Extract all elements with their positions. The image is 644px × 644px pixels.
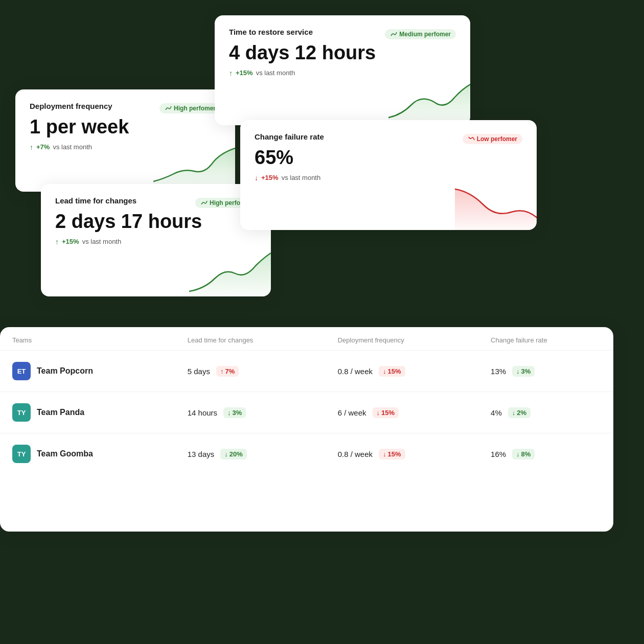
teams-table-card: Teams Lead time for changes Deployment f… [0,327,613,532]
restore-change: +15% [236,69,253,77]
failure-value-2: 16% [491,450,506,458]
restore-sparkline [388,79,470,125]
deploy-pill-1: ↓ 15% [373,407,399,418]
leadtime-arrow: ↑ [55,238,59,246]
table-row: TY Team Panda 14 hours ↓ 3% 6 / week ↓ 1… [0,392,613,433]
deployment-arrow: ↑ [30,143,33,151]
teams-table: Teams Lead time for changes Deployment f… [0,327,613,474]
restore-value: 4 days 12 hours [229,42,456,64]
scene: Deployment frequency High perfomer 1 per… [0,0,644,644]
deploy-cell-1: 6 / week ↓ 15% [326,392,478,433]
team-avatar-0: ET [12,362,31,380]
failure-value-0: 13% [491,367,506,376]
team-name-2: Team Goomba [37,449,93,458]
deployment-change: +7% [36,143,50,151]
failure-arrow: ↓ [255,174,258,182]
failure-sparkline [455,184,537,230]
leadtime-title: Lead time for changes [55,196,136,205]
deploy-cell-0: 0.8 / week ↓ 15% [326,351,478,392]
team-avatar-2: TY [12,445,31,463]
failure-title: Change failure rate [255,132,324,141]
deploy-value-0: 0.8 / week [338,367,373,376]
restore-card: Time to restore service Medium perfomer … [215,15,470,125]
failure-cell-0: 13% ↓ 3% [478,351,613,392]
restore-vs: vs last month [256,69,295,77]
leadtime-value-2: 13 days [188,450,215,458]
leadtime-card: Lead time for changes High perfomer 2 da… [41,184,271,296]
deploy-pill-2: ↓ 15% [379,449,405,459]
team-cell-0: ET Team Popcorn [0,351,175,392]
failure-badge: Low perfomer [463,134,522,144]
team-name-1: Team Panda [37,408,84,417]
leadtime-cell-2: 13 days ↓ 20% [175,433,326,475]
restore-badge: Medium perfomer [385,29,456,39]
team-name-0: Team Popcorn [37,366,93,376]
deploy-value-1: 6 / week [338,408,366,417]
deployment-title: Deployment frequency [30,102,112,110]
leadtime-change: +15% [62,238,79,245]
table-row: TY Team Goomba 13 days ↓ 20% 0.8 / week … [0,433,613,475]
failure-card: Change failure rate Low perfomer 65% ↓ +… [240,120,537,230]
col-teams: Teams [0,327,175,351]
leadtime-value-0: 5 days [188,367,210,376]
failure-change: +15% [261,174,279,181]
table-row: ET Team Popcorn 5 days ↑ 7% 0.8 / week ↓… [0,351,613,392]
restore-arrow: ↑ [229,69,233,77]
leadtime-vs: vs last month [82,238,122,245]
leadtime-cell-1: 14 hours ↓ 3% [175,392,326,433]
leadtime-pill-1: ↓ 3% [223,407,246,418]
deployment-vs: vs last month [53,143,92,151]
team-cell-2: TY Team Goomba [0,433,175,475]
leadtime-sparkline [189,250,271,296]
col-failure: Change failure rate [478,327,613,351]
leadtime-cell-0: 5 days ↑ 7% [175,351,326,392]
col-deploy: Deployment frequency [326,327,478,351]
deploy-value-2: 0.8 / week [338,450,373,458]
failure-pill-1: ↓ 2% [508,407,531,418]
team-avatar-1: TY [12,403,31,422]
failure-value-1: 4% [491,408,502,417]
deployment-card: Deployment frequency High perfomer 1 per… [15,89,235,192]
restore-title: Time to restore service [229,28,313,36]
leadtime-value-1: 14 hours [188,408,217,417]
leadtime-pill-2: ↓ 20% [220,449,247,459]
failure-vs: vs last month [282,174,321,181]
col-leadtime: Lead time for changes [175,327,326,351]
failure-cell-1: 4% ↓ 2% [478,392,613,433]
deployment-badge: High perfomer [159,103,221,113]
leadtime-pill-0: ↑ 7% [216,366,239,377]
deploy-cell-2: 0.8 / week ↓ 15% [326,433,478,475]
failure-value: 65% [255,147,522,169]
deploy-pill-0: ↓ 15% [379,366,405,377]
failure-cell-2: 16% ↓ 8% [478,433,613,475]
team-cell-1: TY Team Panda [0,392,175,433]
failure-pill-2: ↓ 8% [512,449,535,459]
deployment-value: 1 per week [30,117,221,138]
leadtime-value: 2 days 17 hours [55,211,257,233]
failure-pill-0: ↓ 3% [512,366,535,377]
